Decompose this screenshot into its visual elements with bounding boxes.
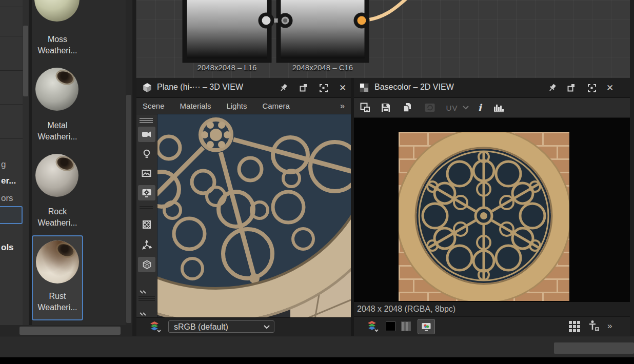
collapsed-group-1[interactable] [138, 289, 155, 302]
bottombar-overflow-chevron[interactable]: » [607, 321, 612, 330]
colorspace-layers-icon[interactable] [366, 320, 380, 333]
tree-row-divider [0, 70, 23, 71]
save-button[interactable] [379, 101, 393, 114]
menu-scene[interactable]: Scene [143, 102, 165, 110]
view3d-panel: Plane (hi-··· – 3D VIEW ✕ Scene [136, 78, 351, 336]
uv-label: UV [446, 104, 458, 112]
maximize-icon[interactable] [318, 83, 328, 93]
maximize-icon[interactable] [586, 83, 597, 93]
node-gradient-color[interactable] [279, 0, 367, 60]
view3d-viewport[interactable] [136, 114, 351, 317]
library-tree-item[interactable]: ors [1, 193, 13, 204]
output-connector[interactable] [260, 14, 272, 27]
view2d-title: Basecolor – 2D VIEW [374, 83, 454, 92]
background-checker-swatch[interactable] [401, 321, 411, 331]
info-icon: i [478, 102, 481, 113]
taskbar-black-strip [0, 357, 634, 364]
display-settings-button[interactable] [138, 185, 155, 200]
node-size-label: 2048x2048 – L16 [185, 63, 269, 73]
camera-view-button[interactable] [138, 127, 155, 142]
axis-icon [142, 240, 152, 250]
monitor-gear-icon [142, 188, 152, 198]
view3d-toolbar [136, 114, 157, 317]
material-tile-rust-selected[interactable]: RustWeatheri... [32, 235, 83, 320]
background-black-swatch[interactable] [386, 321, 395, 331]
uv-mode-dropdown[interactable]: UV [444, 101, 471, 114]
basecolor-texture-image[interactable] [399, 132, 569, 301]
pin-icon[interactable] [547, 83, 558, 93]
material-label: RustWeatheri... [33, 291, 82, 313]
view3d-bottombar: sRGB (default) [136, 317, 351, 336]
cube-dots-icon [142, 260, 152, 270]
light-button[interactable] [138, 146, 155, 161]
view3d-title: Plane (hi-··· – 3D VIEW [157, 83, 243, 92]
view2d-toolbar: UV i [354, 98, 630, 118]
library-tree-item[interactable]: ols [1, 242, 14, 253]
material-sphere-metal[interactable] [35, 68, 78, 111]
material-label: RockWeatheri... [34, 206, 81, 229]
library-tree-item[interactable]: g [1, 159, 6, 170]
view2d-panel: Basecolor – 2D VIEW ✕ [354, 78, 630, 336]
collapsed-group-2[interactable] [138, 311, 155, 317]
video-camera-icon [142, 130, 152, 139]
output-connector-active[interactable] [355, 14, 368, 27]
info-button[interactable]: i [474, 101, 485, 114]
colorspace-value: sRGB (default) [174, 322, 228, 331]
tree-scrollbar-thumb[interactable] [23, 26, 28, 96]
library-tree-item[interactable]: er... [1, 176, 16, 186]
pin-icon[interactable] [279, 83, 289, 93]
geometry-button[interactable] [138, 217, 155, 232]
close-icon[interactable]: ✕ [605, 83, 615, 93]
menu-materials[interactable]: Materials [180, 102, 211, 110]
panel-divider[interactable] [132, 0, 136, 336]
display-mode-button[interactable] [418, 319, 435, 334]
colorspace-layers-icon[interactable] [149, 321, 162, 333]
environment-button[interactable] [138, 166, 155, 181]
tree-row-divider [0, 104, 23, 105]
mannequin-size-button[interactable] [588, 320, 600, 333]
checker-icon [360, 83, 369, 92]
tree-selected-item[interactable] [0, 206, 23, 224]
new-view-button[interactable] [358, 101, 372, 114]
material-shelf-panel: MossWeatheri... MetalWeatheri... RockWea… [32, 0, 132, 325]
view2d-bottombar: » [354, 316, 630, 336]
transform-axis-button[interactable] [138, 237, 155, 253]
chevron-down-icon [463, 106, 469, 110]
view3d-titlebar[interactable]: Plane (hi-··· – 3D VIEW ✕ [136, 78, 351, 98]
view2d-titlebar[interactable]: Basecolor – 2D VIEW ✕ [354, 78, 630, 98]
tile-grid-button[interactable] [568, 320, 581, 333]
grid-icon [568, 320, 581, 333]
view2d-viewport[interactable] [354, 118, 630, 302]
copy-icon [402, 102, 412, 113]
colorspace-dropdown[interactable]: sRGB (default) [168, 320, 274, 333]
copy-button[interactable] [400, 101, 414, 114]
restore-icon[interactable] [566, 83, 576, 93]
auto-refresh-button[interactable] [423, 101, 437, 114]
environment-image-icon [142, 169, 152, 178]
shelf-hscrollbar-thumb[interactable] [19, 327, 121, 335]
viewport-3d-canvas[interactable] [136, 114, 351, 317]
bottom-hscrollbar-thumb[interactable] [554, 342, 634, 354]
material-label: MossWeatheri... [34, 34, 81, 56]
menu-overflow-chevron[interactable]: » [340, 102, 345, 111]
node-graph-panel[interactable]: 2048x2048 – L16 2048x2048 – C16 [136, 0, 630, 78]
toolbar-grip[interactable] [140, 117, 153, 124]
menu-camera[interactable]: Camera [262, 102, 289, 110]
restore-icon[interactable] [298, 83, 308, 93]
duplicate-view-icon [360, 102, 371, 113]
view3d-menubar: Scene Materials Lights Camera » [136, 98, 351, 114]
node-uniform-grayscale[interactable] [185, 0, 269, 60]
shelf-scrollbar-thumb[interactable] [126, 95, 131, 323]
mesh-select-button[interactable] [138, 257, 155, 272]
menu-lights[interactable]: Lights [226, 102, 247, 110]
material-sphere-moss[interactable] [34, 0, 80, 22]
material-sphere-rock[interactable] [35, 154, 78, 197]
histogram-button[interactable] [491, 101, 506, 114]
material-label: MetalWeatheri... [34, 120, 81, 143]
library-tree-panel: g er... ors ols [0, 0, 23, 325]
tree-row-divider [0, 138, 23, 139]
geometry-wireframe-icon [142, 220, 151, 229]
light-bulb-icon [142, 149, 151, 159]
close-icon[interactable]: ✕ [338, 83, 348, 93]
chevron-down-icon [264, 325, 270, 329]
